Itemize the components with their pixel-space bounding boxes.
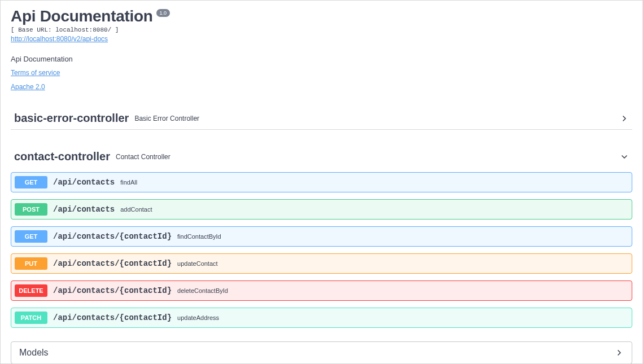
version-badge: 1.0 <box>156 9 170 17</box>
method-badge: POST <box>15 203 47 216</box>
license-link[interactable]: Apache 2.0 <box>11 83 45 91</box>
chevron-right-icon <box>615 348 624 357</box>
page-title: Api Documentation <box>11 7 153 25</box>
op-path: /api/contacts/{contactId} <box>53 259 172 268</box>
tag-name: basic-error-controller <box>14 112 129 125</box>
op-summary: updateAddress <box>177 314 219 321</box>
tag-description: Basic Error Controller <box>134 115 620 122</box>
op-delete-deletecontactbyid[interactable]: DELETE /api/contacts/{contactId} deleteC… <box>11 280 632 301</box>
models-section[interactable]: Models <box>11 341 632 364</box>
chevron-right-icon <box>620 114 629 123</box>
terms-of-service-link[interactable]: Terms of service <box>11 69 60 77</box>
op-post-addcontact[interactable]: POST /api/contacts addContact <box>11 199 632 220</box>
base-url: [ Base URL: localhost:8080/ ] <box>11 27 632 33</box>
tag-name: contact-controller <box>14 150 110 163</box>
op-summary: addContact <box>120 206 152 213</box>
op-get-findall[interactable]: GET /api/contacts findAll <box>11 172 632 192</box>
op-path: /api/contacts <box>53 205 115 214</box>
method-badge: GET <box>15 230 47 243</box>
op-path: /api/contacts/{contactId} <box>53 286 172 295</box>
method-badge: DELETE <box>15 284 47 297</box>
op-summary: findContactById <box>177 233 221 240</box>
op-path: /api/contacts/{contactId} <box>53 313 172 322</box>
op-get-findcontactbyid[interactable]: GET /api/contacts/{contactId} findContac… <box>11 226 632 247</box>
models-title: Models <box>19 348 615 358</box>
tag-basic-error-controller[interactable]: basic-error-controller Basic Error Contr… <box>11 107 632 130</box>
api-description: Api Documentation <box>11 55 632 63</box>
op-path: /api/contacts <box>53 178 115 187</box>
tag-description: Contact Controller <box>116 153 620 161</box>
op-summary: updateContact <box>177 260 218 267</box>
operations-list: GET /api/contacts findAll POST /api/cont… <box>11 172 632 328</box>
method-badge: PATCH <box>15 312 47 324</box>
chevron-down-icon <box>620 152 629 161</box>
op-put-updatecontact[interactable]: PUT /api/contacts/{contactId} updateCont… <box>11 253 632 274</box>
op-summary: deleteContactById <box>177 287 228 294</box>
op-path: /api/contacts/{contactId} <box>53 232 172 241</box>
op-summary: findAll <box>120 179 137 186</box>
op-patch-updateaddress[interactable]: PATCH /api/contacts/{contactId} updateAd… <box>11 308 632 328</box>
method-badge: PUT <box>15 257 47 270</box>
tag-contact-controller[interactable]: contact-controller Contact Controller <box>11 146 632 168</box>
method-badge: GET <box>15 176 47 188</box>
api-docs-link[interactable]: http://localhost:8080/v2/api-docs <box>11 35 108 43</box>
